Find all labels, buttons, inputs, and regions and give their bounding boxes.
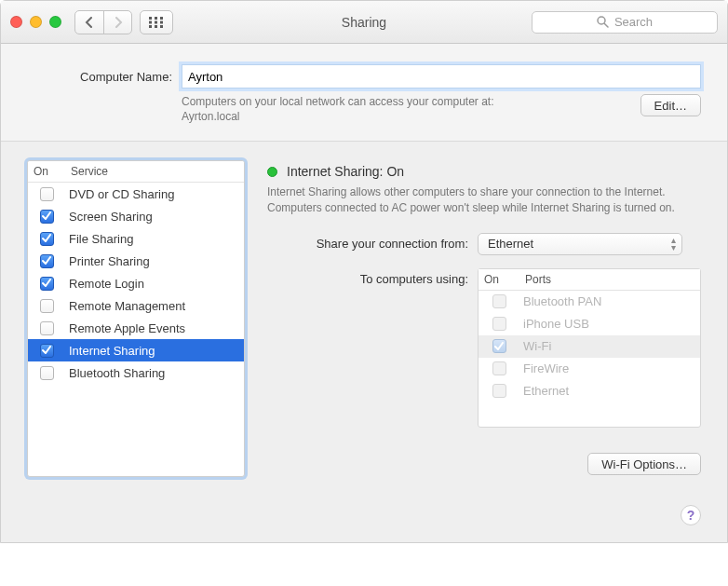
service-label: Remote Management (69, 299, 185, 313)
port-row[interactable]: iPhone USB (479, 313, 700, 335)
port-label: Bluetooth PAN (523, 294, 601, 308)
svg-rect-4 (155, 20, 157, 23)
port-checkbox[interactable] (492, 339, 506, 353)
svg-rect-1 (155, 17, 157, 20)
port-label: Wi-Fi (523, 339, 551, 353)
svg-rect-7 (155, 25, 157, 28)
service-row[interactable]: Remote Management (28, 294, 244, 317)
svg-rect-6 (149, 25, 152, 28)
svg-rect-5 (160, 20, 163, 23)
forward-button[interactable] (103, 11, 131, 34)
service-label: Remote Apple Events (69, 321, 185, 335)
service-label: File Sharing (69, 232, 133, 246)
titlebar: Sharing Search (1, 1, 727, 44)
port-checkbox[interactable] (492, 294, 506, 308)
ports-col-ports: Ports (519, 269, 700, 290)
search-icon (597, 16, 609, 28)
grid-icon (149, 17, 164, 28)
svg-rect-2 (160, 17, 163, 20)
service-row[interactable]: Remote Apple Events (28, 317, 244, 339)
show-all-button[interactable] (140, 10, 173, 34)
service-checkbox[interactable] (40, 187, 54, 201)
port-label: Ethernet (523, 384, 569, 398)
share-from-label: Share your connection from: (267, 237, 468, 251)
popup-arrows-icon: ▴▾ (671, 237, 676, 252)
chevron-right-icon (114, 17, 123, 28)
col-on: On (28, 161, 65, 182)
col-service: Service (65, 161, 244, 182)
service-row[interactable]: Internet Sharing (28, 339, 244, 361)
status-indicator-icon (267, 167, 277, 177)
port-checkbox[interactable] (492, 384, 506, 398)
service-label: Screen Sharing (69, 210, 153, 224)
service-checkbox[interactable] (40, 232, 54, 246)
service-label: Remote Login (69, 277, 144, 291)
wifi-options-button[interactable]: Wi-Fi Options… (587, 453, 701, 475)
edit-hostname-button[interactable]: Edit… (640, 94, 701, 116)
chevron-left-icon (85, 17, 94, 28)
computer-name-section: Computer Name: Computers on your local n… (1, 44, 727, 142)
minimize-window-button[interactable] (30, 16, 42, 28)
back-button[interactable] (75, 11, 103, 34)
zoom-window-button[interactable] (49, 16, 61, 28)
sharing-prefpane: Sharing Search Computer Name: Computers … (0, 0, 728, 543)
service-row[interactable]: File Sharing (28, 227, 244, 250)
port-row[interactable]: Wi-Fi (479, 335, 700, 358)
port-label: iPhone USB (523, 317, 589, 331)
search-placeholder: Search (614, 15, 653, 29)
svg-rect-3 (149, 20, 152, 23)
service-checkbox[interactable] (40, 299, 54, 313)
service-checkbox[interactable] (40, 366, 54, 380)
nav-back-forward (74, 10, 132, 34)
search-input[interactable]: Search (532, 11, 718, 34)
port-row[interactable]: FireWire (479, 358, 700, 380)
services-header: On Service (28, 161, 244, 183)
service-label: Internet Sharing (69, 344, 155, 358)
port-checkbox[interactable] (492, 317, 506, 331)
service-checkbox[interactable] (40, 210, 54, 224)
port-label: FireWire (523, 361, 569, 375)
port-row[interactable]: Bluetooth PAN (479, 291, 700, 313)
window-controls (10, 16, 61, 28)
port-checkbox[interactable] (492, 361, 506, 375)
share-from-value: Ethernet (488, 237, 533, 251)
ports-table[interactable]: On Ports Bluetooth PANiPhone USBWi-FiFir… (478, 268, 701, 428)
service-row[interactable]: DVD or CD Sharing (28, 183, 244, 205)
computer-name-hint: Computers on your local network can acce… (182, 94, 493, 124)
ports-header: On Ports (479, 269, 700, 291)
service-label: Printer Sharing (69, 254, 150, 268)
svg-line-10 (604, 23, 608, 27)
status-title: Internet Sharing: On (287, 164, 404, 179)
help-button[interactable]: ? (681, 505, 701, 525)
service-row[interactable]: Remote Login (28, 272, 244, 294)
computer-name-input[interactable] (182, 64, 701, 89)
status-description: Internet Sharing allows other computers … (267, 184, 695, 216)
service-label: DVD or CD Sharing (69, 187, 174, 201)
share-from-popup[interactable]: Ethernet ▴▾ (478, 233, 682, 255)
services-table[interactable]: On Service DVD or CD SharingScreen Shari… (27, 160, 245, 477)
port-row[interactable]: Ethernet (479, 380, 700, 402)
service-row[interactable]: Bluetooth Sharing (28, 361, 244, 384)
service-label: Bluetooth Sharing (69, 366, 165, 380)
service-row[interactable]: Screen Sharing (28, 205, 244, 227)
svg-rect-8 (160, 25, 163, 28)
service-row[interactable]: Printer Sharing (28, 250, 244, 272)
service-detail: Internet Sharing: On Internet Sharing al… (267, 160, 701, 516)
close-window-button[interactable] (10, 16, 22, 28)
to-computers-label: To computers using: (267, 268, 468, 286)
svg-rect-0 (149, 17, 152, 20)
service-checkbox[interactable] (40, 344, 54, 358)
ports-col-on: On (479, 269, 519, 290)
sharing-body: On Service DVD or CD SharingScreen Shari… (1, 142, 727, 542)
service-checkbox[interactable] (40, 254, 54, 268)
service-checkbox[interactable] (40, 277, 54, 291)
service-checkbox[interactable] (40, 321, 54, 335)
computer-name-label: Computer Name: (27, 70, 172, 84)
